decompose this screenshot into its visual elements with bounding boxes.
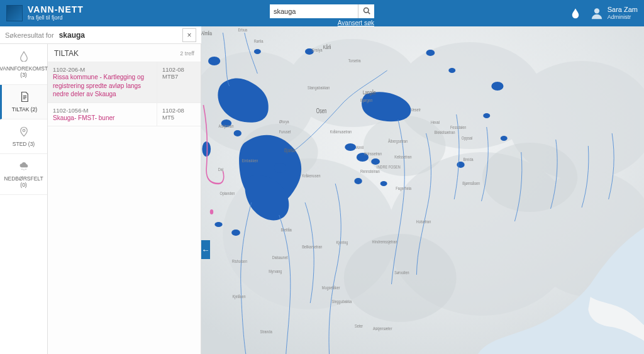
map-svg: AlmliaErbuaRørliaKårliTorsetraStangabakk… — [201, 26, 644, 354]
svg-point-32 — [501, 136, 508, 141]
header-right: Sara Zam Administr — [570, 6, 638, 21]
tab-tiltak[interactable]: TILTAK (2) — [0, 85, 47, 119]
search-result-bar: Søkeresultat for skauga × — [0, 26, 201, 44]
map-place-label: Kjerring — [336, 240, 348, 245]
map-place-label: Kelissetran — [394, 154, 411, 159]
svg-point-37 — [254, 49, 261, 54]
app-tagline: fra fjell til fjord — [28, 15, 84, 21]
map-place-label: Oplanden — [220, 191, 235, 196]
tab-vannforekomst[interactable]: VANNFOREKOMST (3) — [0, 44, 47, 85]
map-place-label: Askjeman — [219, 123, 234, 129]
map-place-label: Kråkenosen — [302, 173, 320, 178]
sidebar-tabs: VANNFOREKOMST (3) TILTAK (2) STED (3) NE… — [0, 44, 48, 354]
svg-point-24 — [234, 130, 242, 136]
result-name[interactable]: Rissa kommune - Kartlegging og registrer… — [53, 73, 152, 99]
result-row[interactable]: 1102-1056-M Skauga- FMST- buner 1102-08 … — [48, 103, 201, 127]
map-place-label: Breitåa — [281, 227, 292, 232]
tab-label: STED (3) — [13, 141, 35, 147]
search-row — [270, 4, 374, 18]
panel-header: TILTAK 2 treff — [48, 49, 201, 62]
panel-count: 2 treff — [180, 50, 194, 57]
tab-nedborsfelt[interactable]: NEDBØRSFELT (0) — [0, 154, 47, 195]
map-place-label: Osen — [316, 108, 327, 115]
arrow-left-icon: ← — [201, 245, 209, 255]
svg-point-7 — [21, 169, 23, 170]
map-place-label: Heval — [431, 119, 440, 124]
search-input[interactable] — [270, 4, 358, 18]
svg-point-42 — [210, 209, 214, 214]
svg-point-28 — [354, 178, 362, 184]
map-place-label: Ålbergsetran — [388, 138, 408, 144]
clear-search-button[interactable]: × — [182, 28, 196, 42]
app-header: VANN-NETT fra fjell til fjord Avansert s… — [0, 0, 644, 26]
logo-text: VANN-NETT fra fjell til fjord — [28, 5, 84, 21]
result-label: Søkeresultat for — [5, 31, 54, 39]
search-container: Avansert søk — [270, 4, 374, 26]
svg-point-31 — [483, 113, 490, 118]
map-place-label: Furuset — [279, 129, 291, 134]
logo[interactable]: VANN-NETT fra fjell til fjord — [6, 5, 84, 21]
map-place-label: Dal — [218, 167, 224, 172]
map-place-label: Kråkmusetran — [330, 129, 352, 134]
result-name[interactable]: Skauga- FMST- buner — [53, 114, 152, 123]
map-place-label: Mogsetåker — [322, 285, 340, 290]
advanced-search-link[interactable]: Avansert søk — [338, 19, 374, 26]
map-place-label: Vesetr — [411, 107, 421, 112]
svg-line-1 — [368, 12, 370, 14]
map-place-label: Fagerheia — [396, 185, 411, 191]
search-button[interactable] — [358, 4, 374, 18]
collapse-panel-button[interactable]: ← — [201, 240, 210, 259]
water-drop-icon[interactable] — [570, 8, 581, 19]
app-name: VANN-NETT — [28, 5, 84, 14]
result-col2-val: MTB7 — [162, 73, 196, 80]
map-view[interactable]: ← — [201, 26, 644, 354]
map-place-label: Oppsal — [462, 135, 473, 141]
map-place-label: Askjensæter — [373, 326, 392, 331]
map-place-label: Stangabakkan — [308, 85, 330, 91]
map-place-label: Stranda — [260, 329, 272, 334]
user-icon — [590, 6, 604, 20]
map-place-label: Bjørnsåsen — [462, 180, 480, 186]
result-code: 1102-206-M — [53, 66, 152, 73]
close-icon: × — [187, 31, 191, 40]
panel-title: TILTAK — [54, 49, 79, 58]
svg-point-39 — [202, 141, 211, 157]
map-place-label: Kårli — [323, 44, 331, 50]
tab-label: VANNFOREKOMST (3) — [0, 65, 48, 78]
svg-point-22 — [274, 163, 286, 173]
svg-point-38 — [208, 57, 220, 65]
map-place-label: Bjarka — [284, 147, 296, 153]
result-col2-code: 1102-08 — [162, 107, 196, 114]
map-place-label: Bjørgen — [360, 97, 372, 103]
map-place-label: Bellkarsetran — [302, 244, 322, 249]
user-text: Sara Zam Administr — [608, 6, 638, 21]
user-menu[interactable]: Sara Zam Administr — [590, 6, 638, 21]
map-place-label: Risholsen — [232, 258, 247, 263]
map-place-label: Langås — [363, 89, 375, 96]
svg-point-2 — [594, 8, 599, 13]
map-place-label: Almli — [356, 145, 364, 150]
svg-point-41 — [214, 222, 222, 227]
search-icon — [363, 7, 370, 16]
map-place-label: Rennsteinan — [360, 169, 380, 174]
results-panel: TILTAK 2 treff 1102-206-M Rissa kommune … — [48, 44, 201, 354]
user-name: Sara Zam — [608, 6, 638, 14]
map-place-label: Rørlia — [254, 38, 264, 43]
water-icon — [18, 50, 30, 63]
map-place-label: INDRE FOSEN — [377, 164, 401, 169]
map-place-label: Seter — [355, 323, 364, 328]
svg-point-35 — [426, 50, 435, 56]
svg-point-0 — [364, 8, 369, 13]
svg-point-33 — [457, 162, 464, 168]
tab-label: NEDBØRSFELT (0) — [1, 175, 46, 188]
tab-label: TILTAK (2) — [12, 106, 37, 113]
svg-point-8 — [23, 169, 25, 170]
svg-point-21 — [344, 234, 457, 322]
svg-point-6 — [23, 130, 25, 132]
tab-sted[interactable]: STED (3) — [0, 119, 47, 154]
map-place-label: Kjelåsen — [233, 294, 246, 299]
svg-point-30 — [491, 82, 503, 91]
result-row[interactable]: 1102-206-M Rissa kommune - Kartlegging o… — [48, 62, 201, 103]
svg-point-29 — [380, 181, 387, 186]
map-place-label: Dalsaunet — [272, 255, 288, 260]
